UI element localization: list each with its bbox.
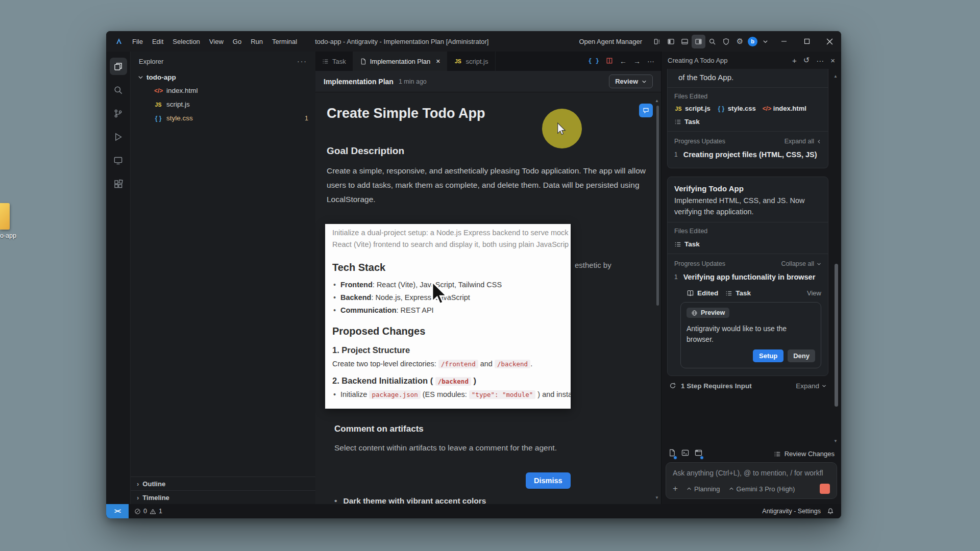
close-tab-icon[interactable]: × — [436, 57, 440, 65]
review-dropdown[interactable]: Review — [609, 74, 653, 88]
remote-indicator[interactable]: >< — [106, 504, 129, 518]
minimize-button[interactable] — [772, 31, 795, 52]
terminal-icon[interactable] — [681, 449, 689, 459]
document-content: Create Simple Todo App Goal Description … — [315, 92, 661, 504]
collapse-all-button[interactable]: Collapse all — [781, 260, 821, 267]
requires-input-row[interactable]: 1 Step Requires Input Expand — [669, 382, 826, 390]
progress-step[interactable]: 1 Creating project files (HTML, CSS, JS) — [674, 149, 821, 160]
setup-button[interactable]: Setup — [753, 349, 783, 362]
maximize-button[interactable] — [795, 31, 818, 52]
bell-icon[interactable] — [827, 508, 834, 515]
chip-script-js[interactable]: JSscript.js — [674, 105, 710, 112]
toggle-right-panel-icon[interactable] — [692, 35, 705, 48]
expand-button[interactable]: Expand — [796, 382, 826, 390]
scroll-down-arrow[interactable]: ▼ — [834, 439, 838, 443]
menu-go[interactable]: Go — [228, 38, 246, 45]
task-chip[interactable]: Task — [674, 240, 821, 248]
tab-script-js[interactable]: JS script.js — [447, 52, 495, 71]
step-number: 1 — [674, 149, 678, 160]
review-changes-button[interactable]: Review Changes — [774, 450, 835, 458]
navigate-back-icon[interactable]: ← — [620, 57, 627, 65]
timeline-label: Timeline — [142, 494, 169, 502]
tab-implementation-plan[interactable]: Implementation Plan × — [353, 52, 448, 71]
split-editor-icon[interactable] — [606, 57, 613, 66]
changed-files-icon[interactable] — [668, 449, 676, 459]
chip-index-html[interactable]: </>index.html — [763, 105, 806, 112]
chat-input[interactable] — [673, 469, 830, 477]
explorer-icon[interactable] — [108, 55, 129, 78]
js-file-icon: JS — [154, 102, 162, 108]
comment-badge-icon[interactable] — [639, 104, 653, 117]
permission-text: Antigravity would like to use the browse… — [687, 323, 815, 345]
navigate-forward-icon[interactable]: → — [633, 57, 641, 65]
shield-icon[interactable] — [719, 35, 733, 48]
close-button[interactable] — [818, 31, 841, 52]
file-style-css[interactable]: { } style.css 1 — [131, 111, 315, 125]
text: Create two top-level directories: — [332, 360, 438, 368]
explorer-more-icon[interactable]: ··· — [297, 57, 307, 65]
files-edited-label: Files Edited — [674, 228, 821, 235]
open-agent-manager-button[interactable]: Open Agent Manager — [579, 38, 642, 45]
extensions-icon[interactable] — [108, 172, 129, 195]
task-label[interactable]: Task — [736, 289, 751, 297]
chevron-down-icon — [642, 79, 647, 84]
run-debug-icon[interactable] — [108, 125, 129, 148]
app-window: File Edit Selection View Go Run Terminal… — [106, 31, 841, 518]
scrolled-text-fragment: of the Todo App. — [674, 69, 821, 83]
search-sidebar-icon[interactable] — [108, 78, 129, 102]
menu-view[interactable]: View — [205, 38, 228, 45]
menu-file[interactable]: File — [128, 38, 148, 45]
source-control-icon[interactable] — [108, 102, 129, 125]
toggle-bottom-panel-icon[interactable] — [678, 35, 692, 48]
edited-label[interactable]: Edited — [697, 289, 718, 297]
progress-updates-label: Progress Updates — [674, 260, 725, 267]
panel-scrollbar[interactable] — [835, 264, 838, 407]
js-file-icon: JS — [674, 106, 682, 112]
scroll-up-arrow[interactable]: ▲ — [655, 98, 659, 103]
dismiss-button[interactable]: Dismiss — [526, 472, 571, 489]
remote-preview-icon[interactable] — [108, 148, 129, 172]
chip-style-css[interactable]: { }style.css — [717, 105, 756, 112]
file-script-js[interactable]: JS script.js — [131, 97, 315, 111]
outline-section[interactable]: › Outline — [131, 477, 315, 490]
new-conversation-icon[interactable]: + — [792, 56, 797, 65]
card-description: Implemented HTML, CSS, and JS. Now verif… — [674, 195, 821, 217]
search-icon[interactable] — [705, 35, 719, 48]
scroll-up-arrow[interactable]: ▲ — [834, 74, 838, 79]
scroll-down-arrow[interactable]: ▼ — [655, 495, 659, 500]
menu-selection[interactable]: Selection — [168, 38, 204, 45]
more-actions-icon[interactable]: ··· — [647, 57, 654, 65]
progress-step[interactable]: 1 Verifying app functionality in browser — [674, 271, 821, 283]
browser-preview-icon[interactable] — [695, 449, 702, 459]
explorer-title: Explorer — [139, 58, 163, 65]
menu-terminal[interactable]: Terminal — [267, 38, 302, 45]
deny-button[interactable]: Deny — [788, 349, 815, 362]
menu-run[interactable]: Run — [246, 38, 267, 45]
mode-selector[interactable]: Planning — [687, 485, 720, 493]
chip-label: script.js — [685, 105, 710, 112]
attach-plus-icon[interactable]: + — [673, 484, 678, 494]
expand-all-button[interactable]: Expand all — [785, 138, 821, 145]
toggle-left-panel-icon[interactable] — [664, 35, 678, 48]
settings-status-label[interactable]: Antigravity - Settings — [762, 508, 821, 515]
desktop-shortcut-icon[interactable] — [0, 203, 10, 230]
tab-task[interactable]: Task — [315, 52, 353, 71]
menu-edit[interactable]: Edit — [148, 38, 168, 45]
panel-more-icon[interactable]: ··· — [816, 56, 824, 65]
task-chip[interactable]: Task — [674, 118, 821, 126]
account-avatar[interactable]: b — [748, 37, 757, 46]
file-index-html[interactable]: </> index.html — [131, 84, 315, 97]
chevron-down-icon[interactable] — [758, 35, 772, 48]
folder-todo-app[interactable]: todo-app — [131, 71, 315, 84]
view-button[interactable]: View — [807, 289, 821, 297]
braces-action-icon[interactable]: { } — [588, 58, 599, 65]
problems-indicator[interactable]: 0 1 — [129, 508, 168, 515]
gear-icon[interactable]: ⚙ — [733, 35, 747, 48]
panel-close-icon[interactable]: × — [830, 56, 835, 65]
history-icon[interactable]: ↺ — [803, 56, 810, 65]
editor-scrollbar[interactable] — [656, 106, 659, 306]
timeline-section[interactable]: › Timeline — [131, 490, 315, 504]
stop-button[interactable] — [820, 484, 830, 494]
layout-grid-icon[interactable] — [650, 35, 664, 48]
model-selector[interactable]: Gemini 3 Pro (High) — [729, 485, 795, 493]
